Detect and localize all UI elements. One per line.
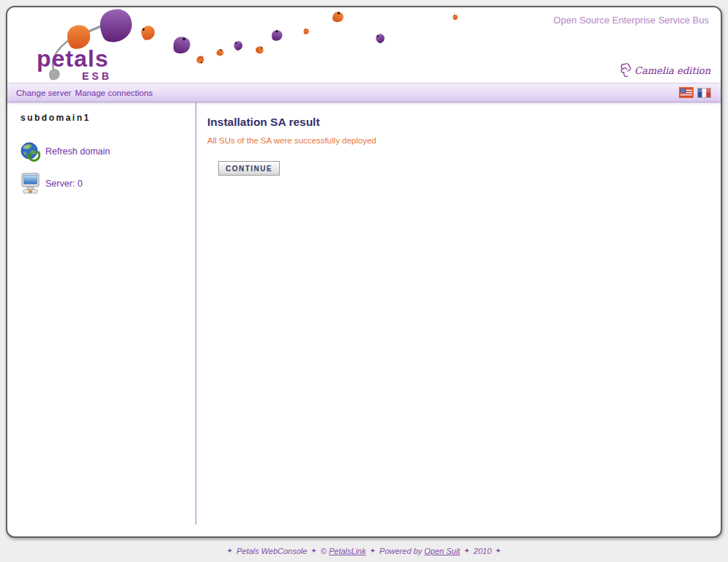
diamond-icon: ✦ bbox=[460, 547, 473, 555]
content: subdomain1 Refresh domain bbox=[7, 102, 721, 538]
refresh-domain-link[interactable]: Refresh domain bbox=[45, 146, 110, 157]
server-link[interactable]: Server: 0 bbox=[45, 179, 83, 189]
petal-icon bbox=[453, 15, 458, 20]
petal-icon bbox=[141, 26, 157, 42]
petal-icon bbox=[303, 29, 310, 35]
footer-powered-by: Powered by bbox=[379, 547, 422, 555]
diamond-icon: ✦ bbox=[223, 547, 237, 555]
logo-esb-label: ESB bbox=[82, 70, 112, 82]
petal-icon bbox=[196, 55, 204, 64]
edition-label: Camelia edition bbox=[634, 65, 710, 76]
footer-app-name: Petals WebConsole bbox=[237, 547, 307, 555]
tagline: Open Source Enterprise Service Bus bbox=[554, 15, 709, 26]
petal-icon bbox=[234, 41, 244, 51]
petal-icon bbox=[255, 46, 264, 55]
camelia-icon bbox=[620, 62, 633, 78]
petal-icon bbox=[332, 12, 344, 24]
domain-title: subdomain1 bbox=[21, 113, 196, 123]
diamond-icon: ✦ bbox=[366, 547, 379, 555]
main-panel: petals ESB Open Source Enterprise Servic… bbox=[6, 6, 722, 538]
footer: ✦ Petals WebConsole ✦ © PetalsLink ✦ Pow… bbox=[0, 539, 728, 562]
language-switcher bbox=[680, 89, 710, 97]
petal-icon bbox=[271, 30, 283, 42]
petal-icon bbox=[376, 34, 386, 44]
status-message: All SUs of the SA were successfully depl… bbox=[207, 136, 376, 145]
main-area: Installation SA result All SUs of the SA… bbox=[196, 102, 376, 538]
navbar: Change server Manage connections bbox=[7, 83, 721, 102]
petalslink-link[interactable]: PetalsLink bbox=[329, 547, 366, 555]
continue-button[interactable]: CONTINUE bbox=[218, 161, 280, 176]
change-server-link[interactable]: Change server bbox=[16, 89, 71, 97]
edition-badge: Camelia edition bbox=[620, 62, 710, 78]
us-flag-icon[interactable] bbox=[680, 89, 692, 97]
manage-connections-link[interactable]: Manage connections bbox=[75, 89, 152, 97]
sidebar: subdomain1 Refresh domain bbox=[7, 102, 196, 525]
sidebar-item-refresh-domain[interactable]: Refresh domain bbox=[21, 140, 196, 162]
french-flag-icon[interactable] bbox=[698, 89, 710, 97]
globe-refresh-icon bbox=[21, 140, 40, 162]
diamond-icon: ✦ bbox=[307, 547, 320, 555]
server-icon bbox=[21, 173, 40, 195]
diamond-icon: ✦ bbox=[491, 547, 505, 555]
footer-copyright: © bbox=[321, 547, 327, 555]
petal-icon bbox=[216, 49, 224, 57]
header: petals ESB Open Source Enterprise Servic… bbox=[7, 7, 721, 83]
sidebar-item-server[interactable]: Server: 0 bbox=[21, 173, 196, 195]
opensuit-link[interactable]: Open Suit bbox=[424, 547, 460, 555]
footer-year: 2010 bbox=[474, 547, 491, 555]
petal-icon bbox=[172, 37, 192, 56]
nav-links: Change server Manage connections bbox=[16, 89, 153, 97]
petals-esb-logo: petals ESB bbox=[34, 9, 140, 83]
page-title: Installation SA result bbox=[207, 116, 376, 129]
logo-wordmark: petals bbox=[37, 45, 108, 72]
